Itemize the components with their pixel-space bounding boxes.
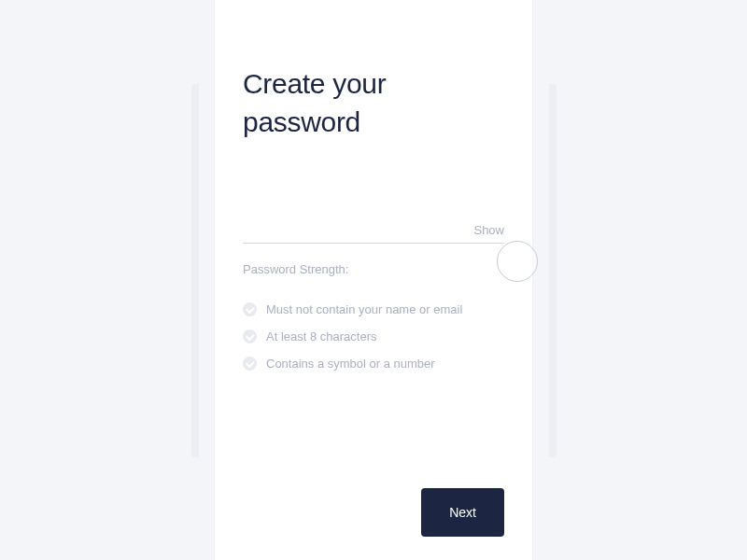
requirements-list: Must not contain your name or email At l… [243,302,504,371]
requirement-item: Contains a symbol or a number [243,357,504,371]
content-area: Create your password Show Password Stren… [215,0,532,371]
check-icon [243,357,257,371]
requirement-item: At least 8 characters [243,329,504,343]
check-icon [243,302,257,316]
requirement-item: Must not contain your name or email [243,302,504,316]
password-field-wrapper: Show [243,220,504,244]
check-icon [243,329,257,343]
next-button[interactable]: Next [421,488,504,537]
page-title: Create your password [243,65,504,141]
phone-edge-right [549,84,557,457]
phone-edge-left [191,84,199,457]
requirement-text: At least 8 characters [266,329,377,343]
password-input[interactable] [243,221,504,236]
password-strength-label: Password Strength: [243,262,504,276]
requirement-text: Contains a symbol or a number [266,357,435,371]
phone-frame: Create your password Show Password Stren… [215,0,532,560]
requirement-text: Must not contain your name or email [266,302,462,316]
show-password-toggle[interactable]: Show [473,223,504,237]
